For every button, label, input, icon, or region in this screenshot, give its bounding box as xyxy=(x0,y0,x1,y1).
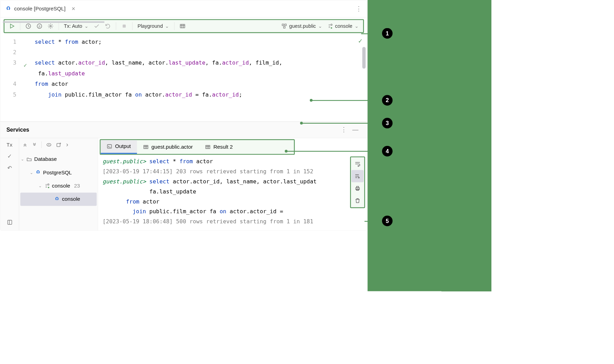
explain-plan-icon[interactable]: p xyxy=(35,22,44,30)
kebab-icon[interactable]: ⋮ xyxy=(353,4,365,14)
chevron-right-icon[interactable]: › xyxy=(65,140,69,149)
schema-dropdown[interactable]: guest.public⌄ xyxy=(280,23,324,30)
commit-icon[interactable] xyxy=(92,22,101,30)
svg-rect-21 xyxy=(357,187,359,188)
svg-point-15 xyxy=(48,184,49,185)
services-tree[interactable]: ⌄Database⌄PostgreSQL⌄console23⌄console xyxy=(19,151,98,207)
svg-point-16 xyxy=(48,187,49,188)
schema-icon xyxy=(281,23,287,29)
inspection-ok-icon[interactable]: ✓ xyxy=(358,37,363,44)
sql-editor[interactable]: 123✓45 select * from actor;select actor.… xyxy=(0,35,367,122)
svg-point-13 xyxy=(48,144,49,145)
svg-rect-19 xyxy=(206,146,210,149)
editor-scrollbar[interactable] xyxy=(362,47,366,68)
rollback-icon[interactable] xyxy=(103,22,113,30)
datasource-icon xyxy=(327,23,333,29)
services-title: Services xyxy=(6,126,29,133)
svg-point-9 xyxy=(331,24,332,25)
session-dropdown[interactable]: console⌄ xyxy=(326,23,360,30)
svg-rect-11 xyxy=(8,220,12,224)
console-output[interactable]: guest.public> select * from actor[2023-0… xyxy=(98,155,367,231)
resolve-mode-dropdown[interactable]: Playground⌄ xyxy=(136,23,171,30)
settings-icon[interactable] xyxy=(46,22,55,30)
scroll-to-end-icon[interactable] xyxy=(351,170,364,182)
kebab-icon[interactable]: ⋮ xyxy=(338,125,350,134)
svg-rect-8 xyxy=(283,27,285,28)
stop-icon[interactable] xyxy=(119,22,129,30)
show-icon[interactable] xyxy=(45,141,53,149)
ide-window: console [PostgreSQL] × ⋮ p Tx: Auto⌄ xyxy=(0,0,367,231)
tx-label: Tx xyxy=(5,140,14,149)
services-left-strip: Tx ✓ ↶ xyxy=(0,138,19,231)
postgres-icon xyxy=(5,6,11,12)
svg-text:p: p xyxy=(39,24,40,28)
background-strip xyxy=(367,0,491,291)
new-session-icon[interactable] xyxy=(55,141,63,149)
history-icon[interactable] xyxy=(24,22,33,30)
layout-icon[interactable] xyxy=(5,218,14,228)
result-tab[interactable]: guest.public.actor xyxy=(137,140,199,154)
output-toolbox xyxy=(350,156,365,208)
collapse-all-icon[interactable] xyxy=(31,141,38,148)
svg-rect-18 xyxy=(144,146,148,149)
run-button[interactable] xyxy=(7,22,17,30)
commit-icon[interactable]: ✓ xyxy=(6,151,14,161)
svg-point-3 xyxy=(50,25,51,27)
trash-icon[interactable] xyxy=(351,195,364,207)
result-tabs: Outputguest.public.actorResult 2 xyxy=(100,139,295,155)
editor-gutter: 123✓45 xyxy=(0,35,33,122)
svg-rect-7 xyxy=(285,24,287,26)
close-icon[interactable]: × xyxy=(72,5,75,13)
svg-rect-6 xyxy=(282,24,284,26)
editor-tab-console[interactable]: console [PostgreSQL] × xyxy=(3,3,77,15)
print-icon[interactable] xyxy=(351,182,364,195)
svg-rect-4 xyxy=(123,25,126,28)
soft-wrap-icon[interactable] xyxy=(351,158,364,170)
svg-rect-14 xyxy=(57,143,60,147)
tree-node[interactable]: ⌄console23 xyxy=(19,179,98,192)
rollback-icon[interactable]: ↶ xyxy=(6,163,14,173)
svg-rect-5 xyxy=(180,24,185,28)
in-editor-results-icon[interactable] xyxy=(178,22,187,30)
svg-point-10 xyxy=(331,27,332,29)
minimize-icon[interactable]: — xyxy=(349,125,361,134)
result-tab[interactable]: Result 2 xyxy=(199,140,239,154)
tab-indicator xyxy=(3,22,105,23)
tree-node[interactable]: ⌄console xyxy=(20,192,97,206)
services-panel: Services ⋮ — Tx ✓ ↶ xyxy=(0,122,367,231)
tree-node[interactable]: ⌄PostgreSQL xyxy=(19,166,98,179)
expand-all-icon[interactable] xyxy=(22,141,29,148)
editor-tabs: console [PostgreSQL] × ⋮ xyxy=(0,0,367,18)
tx-mode-dropdown[interactable]: Tx: Auto⌄ xyxy=(62,23,90,30)
result-tab[interactable]: Output xyxy=(101,140,137,154)
services-tree-toolbar: › xyxy=(19,138,98,151)
svg-rect-17 xyxy=(107,144,111,148)
tree-node[interactable]: ⌄Database xyxy=(19,152,98,166)
editor-tab-label: console [PostgreSQL] xyxy=(14,6,66,12)
editor-code[interactable]: select * from actor;select actor.actor_i… xyxy=(33,35,367,122)
